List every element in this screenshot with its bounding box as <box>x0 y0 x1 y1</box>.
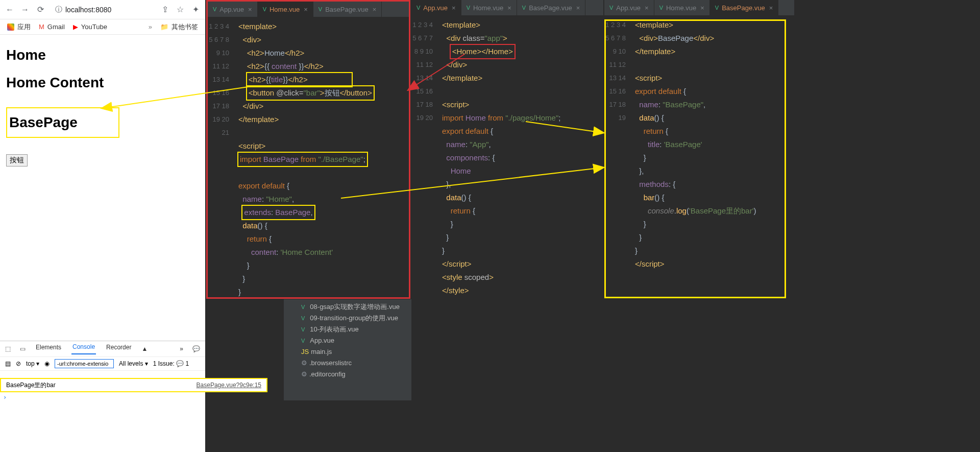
editor-basepage: VApp.vue× VHome.vue× VBasePage.vue× 1 2 … <box>604 0 794 368</box>
youtube-icon: ▶ <box>73 23 78 31</box>
console-prompt[interactable]: › <box>3 394 7 401</box>
gutter: 1 2 3 4 5 6 7 7 8 9 10 11 12 13 14 15 16… <box>411 15 438 125</box>
tab-base-1[interactable]: VBasePage.vue× <box>313 2 382 17</box>
vue-icon: V <box>715 5 719 11</box>
tab-app-3[interactable]: VApp.vue× <box>604 0 654 15</box>
heading-basepage: BasePage <box>6 107 119 138</box>
tab-app-2[interactable]: VApp.vue× <box>411 0 461 15</box>
code-area-2[interactable]: 1 2 3 4 5 6 7 7 8 9 10 11 12 13 14 15 16… <box>411 15 603 297</box>
tab-base-2[interactable]: VBasePage.vue× <box>517 0 586 15</box>
tab-home-2[interactable]: VHome.vue× <box>461 0 517 15</box>
editor3-tabs: VApp.vue× VHome.vue× VBasePage.vue× <box>604 0 794 15</box>
file-tree-item[interactable]: V08-gsap实现数字递增动画.vue <box>287 301 411 313</box>
vue-icon: V <box>301 324 305 335</box>
recorder-badge-icon: ▲ <box>141 345 148 352</box>
file-tree-label: 10-列表动画.vue <box>310 324 358 335</box>
close-icon[interactable]: × <box>576 4 580 12</box>
live-expression-icon[interactable]: ◉ <box>44 360 50 367</box>
share-icon[interactable]: ⇪ <box>160 5 169 14</box>
file-tree-label: main.js <box>311 346 332 358</box>
apps-bookmark[interactable]: 应用 <box>7 22 31 32</box>
address-bar[interactable]: ⓘ localhost:8080 <box>51 5 154 14</box>
tab-recorder[interactable]: Recorder <box>105 344 132 354</box>
code-lines[interactable]: <template> <div> <h2>Home</h2> <h2>{{ co… <box>238 17 409 299</box>
file-tree-label: .browserslistrc <box>309 358 352 369</box>
file-tree-item[interactable]: VApp.vue <box>287 335 411 346</box>
tab-home-3[interactable]: VHome.vue× <box>654 0 710 15</box>
js-icon: JS <box>301 346 309 358</box>
log-source[interactable]: BasePage.vue?9c9e:15 <box>197 382 261 389</box>
config-icon: ⚙ <box>301 358 307 369</box>
levels-dropdown[interactable]: All levels ▾ <box>119 360 148 367</box>
browser-toolbar: ← → ⟳ ⓘ localhost:8080 ⇪ ☆ ✦ <box>0 0 205 19</box>
url-text: localhost:8080 <box>65 6 111 14</box>
tab-home-1[interactable]: VHome.vue× <box>258 2 313 17</box>
vue-icon: V <box>416 5 420 11</box>
close-icon[interactable]: × <box>248 6 252 13</box>
vue-icon: V <box>213 6 216 12</box>
tab-app-1[interactable]: VApp.vue× <box>208 2 258 17</box>
youtube-bookmark[interactable]: ▶ YouTube <box>73 23 107 31</box>
heading-home: Home <box>6 47 199 63</box>
gmail-bookmark[interactable]: M Gmail <box>39 23 65 31</box>
console-toolbar: ▤ ⊘ top ▾ ◉ All levels ▾ 1 Issue: 💬 1 <box>0 356 205 371</box>
chat-icon[interactable]: 💬 <box>192 345 200 352</box>
code-area-3[interactable]: 1 2 3 4 5 6 7 8 9 10 11 12 13 14 15 16 1… <box>604 15 794 271</box>
code-lines[interactable]: <template> <div>BasePage</div></template… <box>635 15 794 271</box>
close-icon[interactable]: × <box>304 6 308 13</box>
code-area-1[interactable]: 1 2 3 4 5 6 7 8 9 10 11 12 13 14 15 16 1… <box>208 17 409 299</box>
button-anjian[interactable]: 按钮 <box>6 154 28 166</box>
close-icon[interactable]: × <box>769 4 773 12</box>
back-button[interactable]: ← <box>5 5 14 14</box>
editor2-tabs: VApp.vue× VHome.vue× VBasePage.vue× <box>411 0 603 15</box>
apps-icon <box>7 23 14 31</box>
issues-badge[interactable]: 1 Issue: 💬 1 <box>153 360 189 367</box>
tab-console[interactable]: Console <box>71 343 96 354</box>
close-icon[interactable]: × <box>452 4 456 12</box>
extensions-icon[interactable]: ✦ <box>191 5 200 14</box>
folder-icon: 📁 <box>160 23 168 31</box>
device-icon[interactable]: ▭ <box>20 345 26 352</box>
vue-icon: V <box>609 5 613 11</box>
youtube-label: YouTube <box>81 23 107 31</box>
close-icon[interactable]: × <box>373 6 377 13</box>
file-tree-label: .editorconfig <box>309 369 346 380</box>
gutter: 1 2 3 4 5 6 7 8 9 10 11 12 13 14 15 16 1… <box>208 17 234 139</box>
vue-icon: V <box>522 5 526 11</box>
file-tree-item[interactable]: JSmain.js <box>287 346 411 358</box>
tab-base-3[interactable]: VBasePage.vue× <box>710 0 779 15</box>
context-dropdown[interactable]: top ▾ <box>26 360 39 367</box>
editor-app: VApp.vue× VHome.vue× VBasePage.vue× 1 2 … <box>411 0 603 298</box>
close-icon[interactable]: × <box>700 4 704 12</box>
clear-icon[interactable]: ⊘ <box>16 360 21 367</box>
heading-home-content: Home Content <box>6 75 199 91</box>
vue-icon: V <box>301 335 305 346</box>
info-icon: ⓘ <box>55 5 62 14</box>
file-tree-item[interactable]: V09-transition-group的使用.vue <box>287 313 411 324</box>
close-icon[interactable]: × <box>507 4 511 12</box>
code-lines[interactable]: <template> <div class="app"> <Home></Hom… <box>442 15 603 297</box>
gmail-label: Gmail <box>47 23 65 31</box>
other-bookmarks[interactable]: 📁 其他书签 <box>160 22 198 32</box>
vue-icon: V <box>318 6 322 12</box>
devtools-tabs: ⬚ ▭ Elements Console Recorder ▲ » 💬 <box>0 341 205 356</box>
more-bookmarks[interactable]: » <box>149 23 152 31</box>
editor1-tabs: VApp.vue× VHome.vue× VBasePage.vue× <box>208 2 409 17</box>
inspect-icon[interactable]: ⬚ <box>5 345 11 352</box>
vue-icon: V <box>301 301 305 313</box>
sidebar-icon[interactable]: ▤ <box>5 360 11 367</box>
bookmarks-bar: 应用 M Gmail ▶ YouTube » 📁 其他书签 <box>0 19 205 35</box>
vue-icon: V <box>467 5 470 11</box>
file-tree-item[interactable]: ⚙.browserslistrc <box>287 358 411 369</box>
file-tree-item[interactable]: V10-列表动画.vue <box>287 324 411 335</box>
vue-icon: V <box>263 6 266 12</box>
console-filter-input[interactable] <box>55 359 114 368</box>
file-tree-label: 09-transition-group的使用.vue <box>310 313 398 324</box>
forward-button[interactable]: → <box>20 5 30 14</box>
more-tabs[interactable]: » <box>180 345 183 352</box>
reload-button[interactable]: ⟳ <box>36 5 45 14</box>
close-icon[interactable]: × <box>645 4 649 12</box>
tab-elements[interactable]: Elements <box>35 344 62 354</box>
file-tree-item[interactable]: ⚙.editorconfig <box>287 369 411 380</box>
star-icon[interactable]: ☆ <box>176 5 185 14</box>
